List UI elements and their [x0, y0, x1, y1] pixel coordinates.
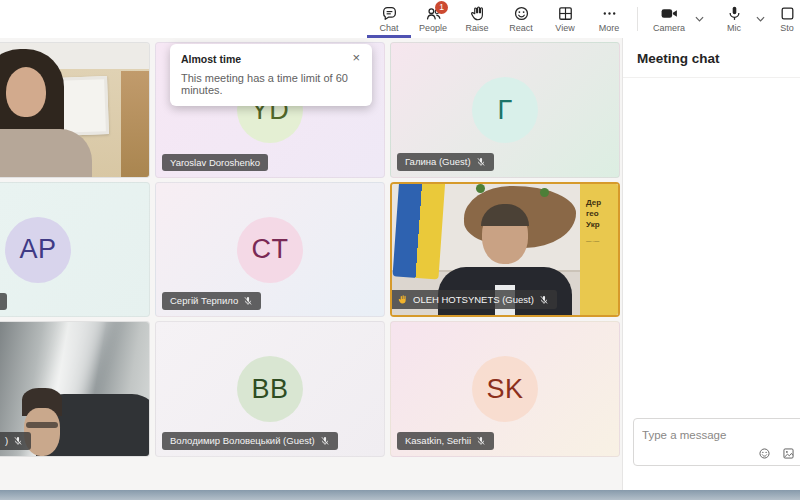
name-pill: OLEH HOTSYNETS (Guest): [392, 290, 557, 309]
participant-name-partial: ): [5, 436, 8, 446]
participant-name: OLEH HOTSYNETS (Guest): [413, 295, 534, 305]
door: [121, 71, 149, 178]
react-button[interactable]: React: [499, 0, 543, 38]
toast-close-icon[interactable]: ×: [351, 53, 361, 63]
view-grid-icon: [557, 5, 574, 22]
participant-tile-video-woman[interactable]: [0, 42, 150, 178]
name-pill-clipped: ): [0, 432, 31, 450]
more-dots-icon: [601, 5, 618, 22]
name-pill: Володимир Воловецький (Guest): [162, 432, 338, 450]
message-composer[interactable]: [633, 418, 800, 466]
participant-tile-serhii-terpylo[interactable]: CT Сергій Терпило: [155, 182, 385, 317]
avatar-initials: CT: [252, 234, 289, 265]
chat-panel-title: Meeting chat: [623, 38, 800, 78]
view-button[interactable]: View: [543, 0, 587, 38]
toast-title: Almost time: [181, 53, 241, 65]
avatar: CT: [237, 217, 303, 283]
camera-icon: [660, 5, 679, 22]
participant-name: Kasatkin, Serhii: [405, 436, 471, 446]
participant-tile-halyna[interactable]: Г Галина (Guest): [390, 42, 620, 178]
emoji-icon[interactable]: [758, 447, 771, 460]
avatar: SK: [472, 356, 538, 422]
raise-label: Raise: [465, 23, 488, 33]
name-pill: Yaroslav Doroshenko: [162, 154, 268, 172]
meeting-toolbar: Chat 1 People Raise: [0, 0, 800, 38]
people-button[interactable]: 1 People: [411, 0, 455, 38]
avatar-initials: AP: [19, 234, 56, 265]
raise-hand-icon: [469, 5, 486, 22]
chat-button[interactable]: Chat: [367, 0, 411, 38]
avatar: AP: [5, 217, 71, 283]
ukraine-flag: [392, 182, 445, 279]
stop-label: Sto: [780, 23, 794, 33]
video-feed: [0, 43, 149, 177]
name-pill: Kasatkin, Serhii: [397, 432, 494, 450]
avatar-initials: SK: [486, 374, 523, 405]
attach-image-icon[interactable]: [782, 447, 795, 460]
mic-muted-icon: [476, 157, 486, 167]
view-label: View: [555, 23, 574, 33]
participant-name: Yaroslav Doroshenko: [170, 158, 260, 168]
chat-message-list: [623, 78, 800, 378]
meeting-chat-panel: Meeting chat: [622, 38, 800, 490]
glasses: [26, 422, 58, 428]
name-pill: Галина (Guest): [397, 153, 494, 171]
avatar-initials: BB: [251, 374, 288, 405]
camera-chevron-icon[interactable]: [690, 12, 709, 26]
react-label: React: [509, 23, 533, 33]
more-label: More: [599, 23, 620, 33]
more-button[interactable]: More: [587, 0, 631, 38]
message-input[interactable]: [642, 429, 795, 441]
chat-label: Chat: [379, 23, 398, 33]
stop-icon: [779, 5, 796, 22]
stop-button-clipped[interactable]: Sto: [774, 0, 800, 38]
mic-label: Mic: [727, 23, 741, 33]
participant-tile-volodymyr[interactable]: BB Володимир Воловецький (Guest): [155, 321, 385, 457]
people-label: People: [419, 23, 447, 33]
avatar: Г: [472, 77, 538, 143]
participant-name: Галина (Guest): [405, 157, 471, 167]
desktop-taskbar-edge: [0, 490, 800, 500]
mic-muted-icon: [539, 295, 549, 305]
participant-tile-kasatkin[interactable]: SK Kasatkin, Serhii: [390, 321, 620, 457]
camera-label: Camera: [653, 23, 685, 33]
participant-name: Сергій Терпило: [170, 296, 238, 306]
name-pill-clipped: [0, 293, 7, 310]
avatar-initials: Г: [497, 95, 512, 126]
toolbar-divider: [637, 7, 638, 31]
chat-icon: [381, 5, 398, 22]
participant-name: Володимир Воловецький (Guest): [170, 436, 315, 446]
toast-message: This meeting has a time limit of 60 minu…: [181, 72, 361, 96]
raised-hand-icon: [397, 294, 408, 305]
mic-chevron-icon[interactable]: [751, 12, 770, 26]
camera-button[interactable]: Camera: [648, 2, 690, 36]
mic-button[interactable]: Mic: [717, 2, 751, 36]
avatar: BB: [237, 356, 303, 422]
teams-meeting-window: Chat 1 People Raise: [0, 0, 800, 500]
name-pill: Сергій Терпило: [162, 292, 261, 310]
time-limit-toast: Almost time × This meeting has a time li…: [170, 44, 372, 106]
react-smiley-icon: [513, 5, 530, 22]
mic-muted-icon: [243, 296, 253, 306]
people-badge: 1: [435, 1, 448, 14]
mic-icon: [726, 5, 743, 22]
mic-muted-icon: [320, 436, 330, 446]
banner: Дер гео Укр —··—: [580, 184, 618, 315]
mic-muted-icon: [476, 436, 486, 446]
raise-hand-button[interactable]: Raise: [455, 0, 499, 38]
participant-tile-ap[interactable]: AP: [0, 182, 150, 317]
mic-muted-icon: [13, 436, 23, 446]
participant-tile-video-man[interactable]: ): [0, 321, 150, 457]
participant-tile-oleh-hotsynets[interactable]: Дер гео Укр —··— OLEH HOTSYNETS (Guest): [390, 182, 620, 317]
